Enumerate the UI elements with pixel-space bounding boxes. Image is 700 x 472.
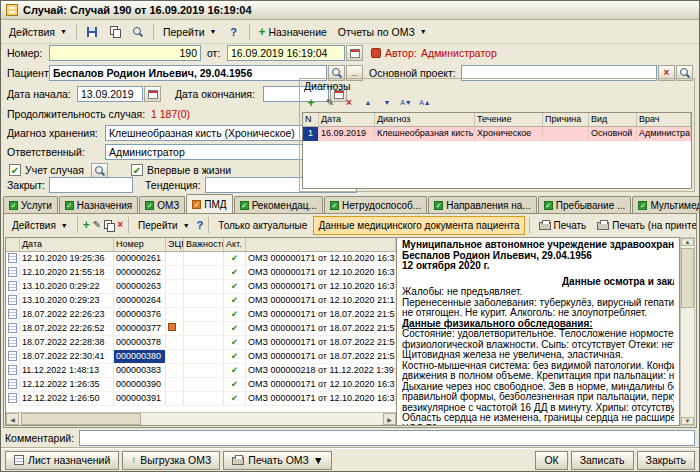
scroll-track[interactable] <box>681 308 694 417</box>
pmd-row[interactable]: 12.10.2020 19:25:36000000261✔ОМЗ 0000001… <box>6 252 396 266</box>
pmd-row[interactable]: 12.12.2022 1:26:35000000390✔ОМЗ 00000017… <box>6 378 396 392</box>
pmd-row[interactable]: 18.07.2022 22:30:41000000380✔ОМЗ 0000001… <box>6 350 396 364</box>
diagnoses-col-n[interactable]: N <box>303 113 319 126</box>
responsible-field[interactable]: Администратор <box>105 144 321 160</box>
pmd-goto-button[interactable]: Перейти ▼ <box>133 216 195 235</box>
patient-field[interactable]: Беспалов Родион Ильевич, 29.04.1956 <box>49 65 327 81</box>
preview-line: не отягощен. Не курит. Алкоголь: не злоу… <box>402 308 674 319</box>
pmd-col-number[interactable]: Номер <box>114 238 166 251</box>
assignment-button[interactable]: + Назначение <box>254 22 332 42</box>
pmd-col-date[interactable]: Дата <box>20 238 114 251</box>
diagnosis-row[interactable]: 1 16.09.2019 Клешнеобразная кисть Хронич… <box>303 127 691 141</box>
tab-4[interactable]: ✓ПМД <box>186 194 232 213</box>
pmd-edit-button[interactable]: ✎ <box>92 216 102 235</box>
sort-asc-button[interactable]: A▼ <box>397 94 415 111</box>
tab-5[interactable]: ✓Рекомендац... <box>234 196 323 213</box>
add-diagnosis-button[interactable]: + <box>302 94 320 111</box>
pmd-help-button[interactable]: ? <box>196 216 205 235</box>
diagnoses-col-diagnosis[interactable]: Диагноз <box>375 113 475 126</box>
print-printer-button[interactable]: Печать (на принтер) <box>592 216 696 235</box>
preview-line: Муниципальное автономное учреждение здра… <box>402 240 674 251</box>
copy-icon-button[interactable] <box>104 22 126 42</box>
pmd-delete-button[interactable]: × <box>116 216 124 235</box>
save-icon-button[interactable] <box>81 22 103 42</box>
diagnoses-col-cause[interactable]: Причина <box>543 113 589 126</box>
window-titlebar[interactable]: Случай: Случай 190 от 16.09.2019 16:19:0… <box>1 1 699 20</box>
ok-button[interactable]: ОК <box>535 451 567 470</box>
tab-7[interactable]: ✓Направления на... <box>428 196 537 213</box>
move-down-button[interactable]: ▼ <box>378 94 396 111</box>
number-field[interactable]: 190 <box>49 45 201 61</box>
close-button[interactable]: Закрыть <box>637 451 695 470</box>
pmd-col-actual[interactable]: Акт. <box>224 238 246 251</box>
edit-diagnosis-button[interactable]: ✎ <box>321 94 339 111</box>
diagnoses-col-kind[interactable]: Вид <box>589 113 637 126</box>
pmd-row[interactable]: 12.12.2022 1:26:50000000391✔ОМЗ 00000017… <box>6 392 396 406</box>
scroll-thumb[interactable] <box>681 248 694 308</box>
pmd-row[interactable]: 13.10.2020 0:29:23000000264✔ОМЗ 00000017… <box>6 294 396 308</box>
copy-icon <box>110 26 120 37</box>
scroll-thumb[interactable] <box>21 413 141 425</box>
diagnoses-col-date[interactable]: Дата <box>319 113 375 126</box>
preview-body[interactable]: Муниципальное автономное учреждение здра… <box>397 237 680 426</box>
pmd-actions-button[interactable]: Действия ▼ <box>7 216 73 235</box>
tab-3[interactable]: ✓ОМЗ <box>139 196 185 213</box>
tab-9[interactable]: ✓Мультимедиа <box>632 196 699 213</box>
tab-8[interactable]: ✓Пребывание ... <box>538 196 632 213</box>
scroll-left-arrow[interactable]: ◀ <box>6 413 19 425</box>
actions-button[interactable]: Действия ▼ <box>4 22 72 42</box>
omz-print-button[interactable]: Печать ОМЗ ▼ <box>223 451 332 470</box>
help-button[interactable]: ? <box>223 22 245 42</box>
scroll-right-arrow[interactable]: ▶ <box>383 413 396 425</box>
find-icon-button[interactable] <box>127 22 149 42</box>
prescription-sheet-button[interactable]: Лист назначений <box>5 451 119 470</box>
scroll-track[interactable] <box>141 413 383 425</box>
pmd-row[interactable]: 12.10.2020 21:55:18000000262✔ОМЗ 0000001… <box>6 266 396 280</box>
pmd-add-button[interactable]: + <box>82 216 91 235</box>
date-start-field[interactable]: 13.09.2019 <box>77 86 143 102</box>
preview-vertical-scrollbar[interactable]: ▲ ▼ <box>680 237 695 426</box>
pmd-ecp <box>166 294 184 308</box>
comment-input[interactable] <box>79 430 695 446</box>
pmd-row[interactable]: 13.10.2020 0:29:22000000263✔ОМЗ 00000017… <box>6 280 396 294</box>
pmd-ecp <box>166 322 184 336</box>
diagnoses-col-doctor[interactable]: Врач <box>637 113 691 126</box>
pmd-row[interactable]: 18.07.2022 22:26:23000000376✔ОМЗ 0000001… <box>6 308 396 322</box>
delete-diagnosis-button[interactable]: × <box>340 94 358 111</box>
pmd-ecp <box>166 392 184 406</box>
scroll-up-arrow[interactable]: ▲ <box>681 238 694 246</box>
tab-2[interactable]: ✓Назначения <box>59 196 138 213</box>
pmd-row[interactable]: 18.07.2022 22:26:52000000377✔ОМЗ 0000001… <box>6 322 396 336</box>
pmd-horizontal-scrollbar[interactable]: ◀ ▶ <box>6 412 396 425</box>
datetime-calendar-button[interactable] <box>346 45 363 61</box>
pmd-row-icon-cell <box>6 322 20 336</box>
stored-diagnosis-field[interactable]: Клешнеобразная кисть (Хроническое) <box>105 125 321 141</box>
only-actual-toggle[interactable]: Только актуальные <box>213 216 312 235</box>
save-button[interactable]: Записать <box>571 451 634 470</box>
date-start-calendar-button[interactable] <box>144 86 161 102</box>
omz-reports-button[interactable]: Отчеты по ОМЗ ▼ <box>333 22 432 42</box>
omz-export-button[interactable]: ↑ Выгрузка ОМЗ <box>122 451 220 470</box>
pmd-col-importance[interactable]: Важность <box>184 238 224 251</box>
tab-6[interactable]: ✓Нетрудоспособ... <box>324 196 427 213</box>
case-accounting-checkbox[interactable]: ✔ <box>9 164 21 176</box>
pmd-copy-button[interactable] <box>103 216 115 235</box>
pmd-row[interactable]: 11.12.2022 1:48:13000000383✔ОМЗ 00000021… <box>6 364 396 378</box>
plus-icon: + <box>83 220 90 230</box>
diagnoses-col-course[interactable]: Течение <box>475 113 543 126</box>
pmd-row[interactable]: 18.07.2022 22:28:38000000378✔ОМЗ 0000001… <box>6 336 396 350</box>
patient-doc-data-label: Данные медицинского документа пациента <box>318 220 519 231</box>
sort-desc-button[interactable]: A▲ <box>416 94 434 111</box>
scroll-down-arrow[interactable]: ▼ <box>681 417 694 425</box>
closed-field[interactable] <box>49 177 133 193</box>
pmd-col-ecp[interactable]: ЭЦП <box>166 238 184 251</box>
first-in-life-checkbox[interactable]: ✔ <box>131 164 143 176</box>
diagnosis-date: 16.09.2019 <box>319 127 375 141</box>
patient-doc-data-toggle[interactable]: Данные медицинского документа пациента <box>313 216 524 235</box>
pmd-ecp <box>166 280 184 294</box>
datetime-field[interactable]: 16.09.2019 16:19:04 <box>227 45 345 61</box>
tab-1[interactable]: ✓Услуги <box>3 196 58 213</box>
goto-button[interactable]: Перейти ▼ <box>158 22 222 42</box>
print-button[interactable]: Печать <box>534 216 592 235</box>
move-up-button[interactable]: ▲ <box>359 94 377 111</box>
